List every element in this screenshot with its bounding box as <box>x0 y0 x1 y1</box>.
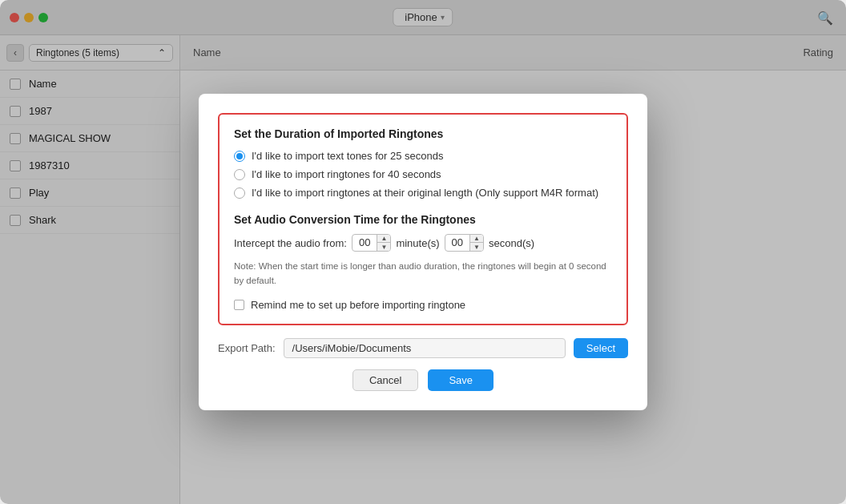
export-path: /Users/iMobie/Documents <box>284 338 566 358</box>
radio-circle-1 <box>234 151 245 162</box>
minutes-down-arrow[interactable]: ▼ <box>377 243 390 251</box>
radio-option-3[interactable]: I'd like to import ringtones at their or… <box>234 187 612 199</box>
cancel-button[interactable]: Cancel <box>352 369 418 391</box>
seconds-unit: second(s) <box>489 237 534 249</box>
minutes-arrows: ▲ ▼ <box>377 235 390 251</box>
modal-dialog: Set the Duration of Imported Ringtones I… <box>199 94 647 410</box>
seconds-spinner[interactable]: 00 ▲ ▼ <box>445 234 484 252</box>
remind-checkbox[interactable] <box>234 300 244 310</box>
seconds-up-arrow[interactable]: ▲ <box>470 235 483 243</box>
select-button[interactable]: Select <box>574 338 628 358</box>
radio-label-3: I'd like to import ringtones at their or… <box>252 187 598 199</box>
minutes-up-arrow[interactable]: ▲ <box>377 235 390 243</box>
modal-settings-box: Set the Duration of Imported Ringtones I… <box>218 113 628 325</box>
seconds-value: 00 <box>445 235 470 251</box>
radio-label-1: I'd like to import text tones for 25 sec… <box>252 150 444 162</box>
export-row: Export Path: /Users/iMobie/Documents Sel… <box>218 338 628 358</box>
radio-circle-2 <box>234 169 245 180</box>
radio-option-1[interactable]: I'd like to import text tones for 25 sec… <box>234 150 612 162</box>
minutes-unit: minute(s) <box>396 237 439 249</box>
duration-section-title: Set the Duration of Imported Ringtones <box>234 127 612 140</box>
modal-overlay: Set the Duration of Imported Ringtones I… <box>0 0 846 504</box>
radio-label-2: I'd like to import ringtones for 40 seco… <box>252 168 441 180</box>
app-window: iPhone ▾ 🔍 ‹ Ringtones (5 items) ⌃ Name … <box>0 0 846 504</box>
intercept-label: Intercept the audio from: <box>234 237 347 249</box>
save-button[interactable]: Save <box>428 369 494 391</box>
remind-row[interactable]: Remind me to set up before importing rin… <box>234 299 612 311</box>
minutes-spinner[interactable]: 00 ▲ ▼ <box>352 234 391 252</box>
note-text: Note: When the start time is longer than… <box>234 260 612 288</box>
modal-footer: Cancel Save <box>218 369 628 391</box>
minutes-value: 00 <box>352 235 377 251</box>
audio-section-title: Set Audio Conversion Time for the Ringto… <box>234 213 612 226</box>
seconds-down-arrow[interactable]: ▼ <box>470 243 483 251</box>
remind-label: Remind me to set up before importing rin… <box>251 299 465 311</box>
radio-option-2[interactable]: I'd like to import ringtones for 40 seco… <box>234 168 612 180</box>
audio-row: Intercept the audio from: 00 ▲ ▼ minute(… <box>234 234 612 252</box>
export-label: Export Path: <box>218 342 276 354</box>
duration-radio-group: I'd like to import text tones for 25 sec… <box>234 150 612 199</box>
radio-circle-3 <box>234 187 245 199</box>
seconds-arrows: ▲ ▼ <box>470 235 483 251</box>
